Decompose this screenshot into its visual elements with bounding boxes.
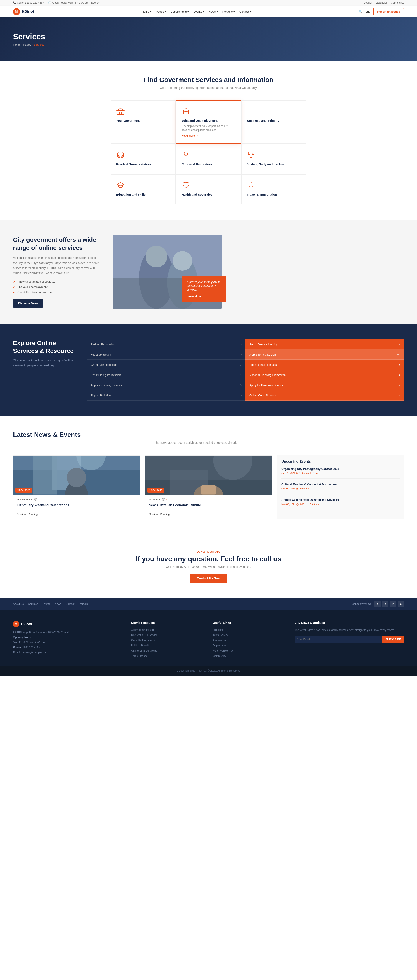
- news-continue-1[interactable]: Continue Reading →: [17, 510, 136, 516]
- useful-link-4[interactable]: Department: [213, 644, 286, 647]
- nav-contact[interactable]: Contact ▾: [239, 10, 251, 13]
- arrow-icon: ›: [399, 373, 400, 377]
- council-link[interactable]: Council: [363, 1, 372, 4]
- explore-item-pollution[interactable]: Report Pollution ›: [87, 390, 246, 401]
- social-twitter[interactable]: t: [382, 601, 388, 607]
- nav-portfolio[interactable]: Portfolio ▾: [222, 10, 235, 13]
- news-title: Latest News & Events: [13, 431, 404, 438]
- service-title-government: Your Goverment: [116, 119, 170, 123]
- service-link-3[interactable]: Get a Parking Permit: [131, 638, 204, 642]
- useful-link-5[interactable]: Motor Vehicle Tax: [213, 649, 286, 652]
- service-link-2[interactable]: Request a 311 Service: [131, 633, 204, 637]
- arrow-icon: ›: [240, 352, 241, 356]
- top-bar-right[interactable]: Council Vacancies Complaints: [363, 1, 404, 4]
- useful-link-3[interactable]: Ambulance: [213, 638, 286, 642]
- service-card-health[interactable]: Health and Securities: [176, 174, 241, 204]
- explore-item-building[interactable]: Get Building Permission ›: [87, 370, 246, 380]
- footer-link-about[interactable]: About Us: [13, 603, 24, 606]
- service-card-jobs[interactable]: Jobs and Unemployment City employment is…: [176, 100, 241, 143]
- explore-item-identity[interactable]: Public Service Identity ›: [246, 339, 404, 349]
- svg-rect-3: [121, 112, 122, 115]
- nav-news[interactable]: News ▾: [209, 10, 218, 13]
- health-icon: [182, 181, 191, 190]
- explore-item-pro-license[interactable]: Professional Licenses ›: [246, 360, 404, 370]
- arrow-icon: ›: [399, 383, 400, 387]
- explore-left: Explore Online Services & Resource City …: [13, 339, 74, 368]
- search-icon[interactable]: 🔍: [358, 10, 362, 13]
- justice-icon: [247, 150, 256, 160]
- svg-rect-0: [117, 111, 124, 115]
- discover-more-button[interactable]: Discover More: [13, 299, 43, 308]
- breadcrumb-pages[interactable]: Pages: [23, 43, 31, 46]
- explore-item-birth[interactable]: Order Birth certificate ›: [87, 360, 246, 370]
- about-list-item-1: ✔ Know About status of covid-19: [13, 280, 100, 283]
- navbar: 🏛 EGovt Home ▾ Pages ▾ Departments ▾ Eve…: [0, 6, 417, 18]
- news-continue-2[interactable]: Continue Reading →: [149, 510, 268, 516]
- service-link-6[interactable]: Trade License: [131, 654, 204, 657]
- news-category-2: In Culture: [149, 498, 160, 501]
- report-button[interactable]: Report an Issues: [373, 8, 404, 15]
- footer-logo: 🏛 EGovt: [13, 621, 122, 627]
- footer-link-news[interactable]: News: [55, 603, 61, 606]
- learn-more-link[interactable]: Learn More ›: [187, 295, 203, 298]
- arrow-icon: ›: [399, 393, 400, 397]
- footer-link-contact[interactable]: Contact: [66, 603, 75, 606]
- explore-item-parking[interactable]: Parking Permission ›: [87, 339, 246, 349]
- nav-departments[interactable]: Departments ▾: [171, 10, 189, 13]
- service-link-5[interactable]: Online Birth Certificate: [131, 649, 204, 652]
- phone-icon: 📞: [13, 1, 17, 4]
- useful-link-1[interactable]: Highlights: [213, 628, 286, 632]
- service-card-roads[interactable]: Roads & Transportation: [111, 144, 176, 174]
- useful-link-6[interactable]: Community: [213, 654, 286, 657]
- arrow-icon: ›: [240, 383, 241, 387]
- logo[interactable]: 🏛 EGovt: [13, 8, 35, 15]
- explore-item-court[interactable]: Online Court Services ›: [246, 390, 404, 401]
- breadcrumb-home[interactable]: Home: [13, 43, 21, 46]
- nav-pages[interactable]: Pages ▾: [156, 10, 166, 13]
- explore-item-business-license[interactable]: Apply for Business License ›: [246, 380, 404, 390]
- service-card-culture[interactable]: Culture & Recreation: [176, 144, 241, 174]
- service-title-business: Business and industry: [247, 119, 301, 123]
- lang-select[interactable]: Eng: [365, 10, 370, 13]
- nav-links: Home ▾ Pages ▾ Departments ▾ Events ▾ Ne…: [142, 10, 251, 13]
- vacancies-link[interactable]: Vacancies: [376, 1, 387, 4]
- phone-info: 📞 Call on: 1800 123 4567: [13, 1, 44, 4]
- newsletter-input[interactable]: [295, 636, 382, 643]
- footer-link-services[interactable]: Services: [28, 603, 38, 606]
- footer-address: 89 FES, App Street Avenue NSW 96209, Can…: [13, 630, 122, 635]
- newsletter-title: City News & Updates: [295, 621, 404, 625]
- footer-logo-icon: 🏛: [13, 621, 19, 627]
- useful-link-2[interactable]: Town Gallery: [213, 633, 286, 637]
- svg-rect-10: [117, 152, 124, 156]
- complaints-link[interactable]: Complaints: [391, 1, 404, 4]
- cta-title: If you have any question, Feel free to c…: [13, 555, 404, 563]
- subscribe-button[interactable]: SUBSCRIBE: [382, 636, 404, 643]
- nav-home[interactable]: Home ▾: [142, 10, 151, 13]
- jobs-icon: [182, 107, 191, 116]
- services-section: Find Goverment Services and Information …: [0, 61, 417, 220]
- service-link-1[interactable]: Apply for a City Job: [131, 628, 204, 632]
- service-card-travel[interactable]: Travel & Immigration: [241, 174, 306, 204]
- explore-item-driving[interactable]: Apply for Driving License ›: [87, 380, 246, 390]
- useful-links-list: Highlights Town Gallery Ambulance Depart…: [213, 628, 286, 657]
- service-card-government[interactable]: Your Goverment: [111, 100, 176, 143]
- social-instagram[interactable]: in: [390, 601, 396, 607]
- contact-us-button[interactable]: Contact Us Now: [190, 574, 227, 583]
- explore-item-tax[interactable]: File a tax Return ›: [87, 349, 246, 360]
- explore-item-city-job[interactable]: Apply for a City Job →: [246, 349, 404, 360]
- service-link-4[interactable]: Building Permits: [131, 644, 204, 647]
- footer-link-events[interactable]: Events: [42, 603, 51, 606]
- jobs-read-more[interactable]: Read More →: [182, 134, 236, 137]
- service-card-business[interactable]: Business and industry: [241, 100, 306, 143]
- service-card-education[interactable]: Education and skills: [111, 174, 176, 204]
- explore-item-national-planning[interactable]: National Planning Framework ›: [246, 370, 404, 380]
- services-header: Find Goverment Services and Information …: [13, 76, 404, 89]
- service-card-justice[interactable]: Justice, Safty and the law: [241, 144, 306, 174]
- news-image-1: 15 Oct 2020: [13, 455, 140, 495]
- footer-link-portfolio[interactable]: Portfolio: [79, 603, 89, 606]
- newsletter-desc: The latest Egovt news, articles, and res…: [295, 628, 404, 633]
- nav-events[interactable]: Events ▾: [193, 10, 204, 13]
- about-quote-box: "Egovt is your online guide to governmen…: [182, 276, 226, 302]
- social-youtube[interactable]: ▶: [398, 601, 404, 607]
- social-facebook[interactable]: f: [374, 601, 381, 607]
